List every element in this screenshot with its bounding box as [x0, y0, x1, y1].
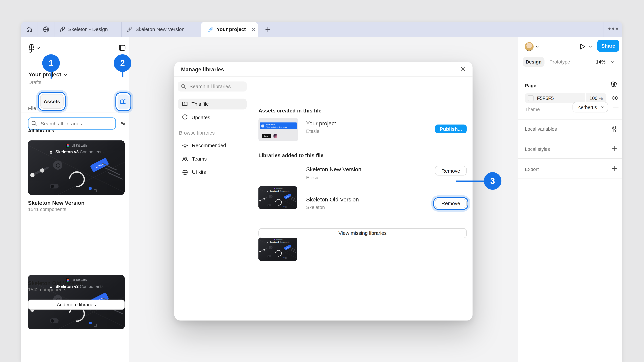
button-decor: Button	[262, 134, 271, 138]
library-card-skeleton-new[interactable]: UI Kit with Skeleton v3 Components Butto…	[28, 140, 124, 195]
figma-logo[interactable]	[28, 44, 35, 53]
community-tab[interactable]	[38, 22, 54, 37]
your-project-thumbnail: Alert title Short and clear description …	[258, 118, 298, 141]
opacity-value[interactable]: 100	[590, 96, 598, 101]
more-icon	[608, 28, 610, 29]
export-label: Export	[525, 167, 539, 172]
close-tab-icon[interactable]	[251, 27, 256, 31]
chevron-down-icon[interactable]	[536, 45, 539, 48]
eye-icon[interactable]	[611, 95, 618, 101]
divider	[518, 178, 622, 178]
sidebar-search[interactable]	[28, 117, 116, 130]
right-sidebar: Share Design Prototype 14% Page F5F5F5 1…	[518, 37, 622, 362]
close-icon[interactable]	[460, 66, 466, 72]
nav-this-file[interactable]: This file	[178, 98, 247, 109]
divider	[21, 112, 129, 112]
tab-skeleton-new-version[interactable]: Skeleton New Version	[122, 22, 201, 37]
toggle-decor	[50, 184, 58, 188]
opacity-field[interactable]: 100 %	[586, 93, 606, 103]
chevron-down-icon[interactable]	[36, 47, 40, 49]
library-row-thumbnail: UI Kit with Skeleton v3 Components Butto…	[258, 237, 297, 261]
divider	[174, 126, 252, 126]
color-swatch[interactable]	[528, 95, 534, 101]
minus-icon[interactable]	[613, 107, 618, 107]
libraries-added-heading: Libraries added to this file	[258, 152, 324, 158]
tab-design[interactable]: Design	[523, 57, 544, 67]
divider	[518, 158, 622, 159]
page-section-label: Page	[525, 83, 536, 88]
nav-ui-kits[interactable]: UI kits	[178, 167, 247, 178]
tab-bar: Skeleton - Design Skeleton New Version Y…	[21, 22, 622, 37]
tab-your-project[interactable]: Your project	[201, 22, 258, 37]
page-color-field[interactable]: F5F5F5	[525, 93, 585, 103]
tab-separator	[603, 22, 604, 37]
assets-highlight-ring	[38, 92, 66, 111]
tab-file[interactable]: File	[28, 105, 36, 111]
nav-teams[interactable]: Teams	[178, 153, 247, 164]
library-row-subtitle: Skeleton	[306, 205, 325, 210]
opacity-unit: %	[599, 96, 603, 101]
window-more-button[interactable]	[608, 28, 618, 29]
globe-icon	[42, 26, 50, 33]
play-icon[interactable]	[579, 43, 586, 50]
text-caret	[39, 120, 40, 126]
project-subtitle: Drafts	[28, 80, 41, 85]
nav-recommended[interactable]: Recommended	[178, 140, 247, 151]
divider	[174, 96, 252, 96]
new-tab-button[interactable]	[261, 22, 274, 37]
project-title[interactable]: Your project	[28, 71, 62, 78]
tab-skeleton-design[interactable]: Skeleton - Design	[54, 22, 121, 37]
color-hex-value[interactable]: F5F5F5	[537, 96, 554, 101]
filter-icon[interactable]	[120, 120, 126, 127]
chevron-down-icon[interactable]	[589, 45, 592, 48]
library-row-title: Skeleton Old Version	[306, 196, 359, 203]
divider	[518, 139, 622, 139]
chevron-down-icon[interactable]	[64, 73, 67, 76]
remove-button-new-version[interactable]: Remove	[435, 166, 467, 175]
annotation-badge-2: 2	[114, 54, 131, 72]
tab-prototype[interactable]: Prototype	[550, 59, 570, 64]
divider	[174, 76, 472, 77]
libraries-highlight-ring	[116, 92, 131, 111]
add-more-libraries-button[interactable]: Add more libraries	[28, 300, 124, 310]
dialog-search[interactable]	[178, 81, 247, 91]
slider-decor	[28, 162, 53, 181]
divider	[252, 76, 252, 321]
library-row-thumbnail: UI Kit with Skeleton v3 Components Butto…	[258, 186, 297, 209]
plus-icon[interactable]	[611, 145, 617, 151]
annotation-stem-2	[122, 71, 123, 77]
zoom-level[interactable]: 14%	[596, 59, 606, 64]
annotation-stem-3	[456, 180, 484, 182]
library-row-title: Skeleton New Version	[306, 166, 361, 172]
pen-nib-icon	[208, 26, 214, 32]
styles-swatch-icon[interactable]	[611, 81, 617, 88]
theme-dropdown[interactable]: cerberus	[572, 102, 608, 112]
publish-button[interactable]: Publish...	[435, 124, 467, 133]
library-thumbnail: UI Kit with Skeleton v3 Components Butto…	[28, 140, 124, 195]
sliders-icon[interactable]	[611, 125, 617, 132]
avatar[interactable]	[525, 42, 534, 51]
chevron-down-icon	[601, 106, 604, 108]
home-icon	[26, 26, 33, 33]
plus-icon[interactable]	[611, 165, 617, 171]
pen-nib-icon	[127, 26, 133, 32]
browse-libraries-label: Browse libraries	[179, 130, 215, 136]
home-tab[interactable]	[21, 22, 38, 37]
annotation-stem-1	[51, 71, 52, 79]
checkbox-decor	[89, 187, 92, 190]
share-button[interactable]: Share	[597, 40, 619, 52]
remove-button-old-version[interactable]: Remove	[435, 199, 467, 208]
chevron-down-icon[interactable]	[611, 61, 614, 63]
dialog-search-input[interactable]	[189, 83, 243, 90]
asset-title: Your project	[306, 120, 336, 126]
nav-updates[interactable]: Updates	[178, 112, 247, 123]
annotation-badge-3: 3	[484, 172, 502, 190]
alert-decor: Alert title Short and clear description	[260, 122, 297, 129]
sidebar-search-input[interactable]	[40, 120, 107, 127]
screen: Skeleton - Design Skeleton New Version Y…	[0, 0, 644, 362]
view-missing-libraries-button[interactable]: View missing libraries	[258, 228, 467, 238]
library-components-count: 1541 components	[28, 207, 66, 212]
library-row-subtitle: Etesie	[306, 175, 320, 180]
local-variables-label: Local variables	[525, 127, 557, 132]
panel-toggle-icon[interactable]	[119, 45, 126, 51]
